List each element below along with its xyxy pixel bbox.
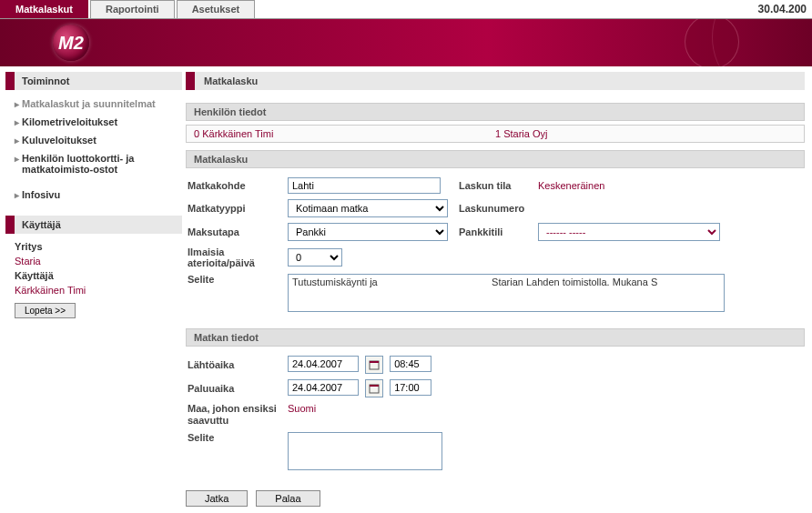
chevron-right-icon: ▸ (15, 189, 19, 202)
label-selite: Selite (188, 274, 288, 285)
sidebar-heading-kayttaja: Käyttäjä (5, 216, 182, 234)
nav-kuluveloitukset[interactable]: ▸ Kuluveloitukset (15, 132, 178, 150)
label-matkatyyppi: Matkatyyppi (188, 203, 288, 214)
textarea-selite[interactable]: Tutustumiskäynti ja Starian Lahden toimi… (288, 274, 725, 312)
section-matkalasku: Matkalasku (186, 150, 805, 168)
user-name-value: Kärkkäinen Timi (15, 283, 178, 297)
input-lahto-time[interactable] (390, 356, 431, 372)
nav-luottokortti-matkatoimisto[interactable]: ▸ Henkilön luottokortti- ja matkatoimist… (15, 150, 178, 177)
current-date: 30.04.200 (753, 0, 812, 18)
tab-asetukset[interactable]: Asetukset (177, 0, 256, 18)
main-content: Matkalasku Henkilön tiedot 0 Kärkkäinen … (182, 66, 812, 513)
tab-raportointi[interactable]: Raportointi (90, 0, 175, 18)
nav-kilometriveloitukset[interactable]: ▸ Kilometriveloitukset (15, 114, 178, 132)
chevron-right-icon: ▸ (15, 116, 19, 129)
nav-label: Henkilön luottokortti- ja matkatoimisto-… (22, 153, 178, 175)
banner-decoration (685, 19, 739, 66)
section-henkilon-tiedot: Henkilön tiedot (186, 103, 805, 121)
chevron-right-icon: ▸ (15, 98, 19, 111)
select-matkatyyppi[interactable]: Kotimaan matka (288, 199, 448, 217)
select-pankkitili[interactable]: ------ ----- (538, 223, 720, 241)
label-pankkitili: Pankkitili (452, 226, 538, 237)
select-maksutapa[interactable]: Pankki (288, 223, 448, 241)
page-title: Matkalasku (186, 72, 805, 90)
jatka-button[interactable]: Jatka (186, 490, 248, 507)
input-paluu-time[interactable] (390, 379, 431, 396)
label-maksutapa: Maksutapa (188, 226, 288, 237)
nav-label: Matkalaskut ja suunnitelmat (22, 98, 156, 109)
person-company: 1 Staria Oyj (495, 128, 797, 139)
sidebar-heading-toiminnot: Toiminnot (5, 72, 182, 90)
person-info-row: 0 Kärkkäinen Timi 1 Staria Oyj (186, 125, 805, 143)
user-name-label: Käyttäjä (15, 268, 178, 283)
value-maa: Suomi (288, 403, 316, 414)
chevron-right-icon: ▸ (15, 135, 19, 147)
label-paluuaika: Paluuaika (188, 383, 288, 394)
top-tabs: Matkalaskut Raportointi Asetukset 30.04.… (0, 0, 812, 19)
nav-label: Infosivu (22, 189, 60, 200)
person-name: 0 Kärkkäinen Timi (194, 128, 495, 139)
logo-m2: M2 (53, 25, 89, 61)
sidebar: Toiminnot ▸ Matkalaskut ja suunnitelmat … (0, 66, 182, 513)
nav-matkalaskut-suunnitelmat[interactable]: ▸ Matkalaskut ja suunnitelmat (15, 96, 178, 114)
section-matkan-tiedot: Matkan tiedot (186, 328, 805, 347)
label-ilmaisia-aterioita: Ilmaisia aterioita/päivä (188, 246, 288, 268)
textarea-selite2[interactable] (288, 432, 442, 470)
nav-infosivu[interactable]: ▸ Infosivu (15, 186, 178, 205)
select-ilmaisia-aterioita[interactable]: 0 (288, 248, 342, 267)
value-laskun-tila: Keskeneräinen (538, 180, 803, 191)
svg-rect-1 (370, 361, 379, 363)
input-lahto-date[interactable] (288, 356, 359, 372)
label-laskunumero: Laskunumero (452, 203, 538, 214)
svg-rect-3 (370, 385, 379, 387)
nav-label: Kilometriveloitukset (22, 116, 117, 127)
label-laskun-tila: Laskun tila (452, 180, 538, 191)
logout-button[interactable]: Lopeta >> (15, 303, 76, 318)
chevron-right-icon: ▸ (15, 153, 19, 166)
input-matkakohde[interactable] (288, 177, 441, 194)
user-company-label: Yritys (15, 239, 178, 254)
label-matkakohde: Matkakohde (188, 180, 288, 191)
input-paluu-date[interactable] (288, 379, 359, 396)
calendar-icon[interactable] (365, 356, 383, 374)
label-lahtoaika: Lähtöaika (188, 359, 288, 370)
label-selite2: Selite (188, 432, 288, 443)
nav-label: Kuluveloitukset (22, 135, 96, 146)
tab-matkalaskut[interactable]: Matkalaskut (0, 0, 88, 18)
user-company-value: Staria (15, 254, 178, 268)
banner: M2 (0, 19, 812, 66)
palaa-button[interactable]: Palaa (256, 490, 320, 507)
label-maa: Maa, johon ensiksi saavuttu (188, 403, 288, 427)
calendar-icon[interactable] (365, 379, 383, 397)
